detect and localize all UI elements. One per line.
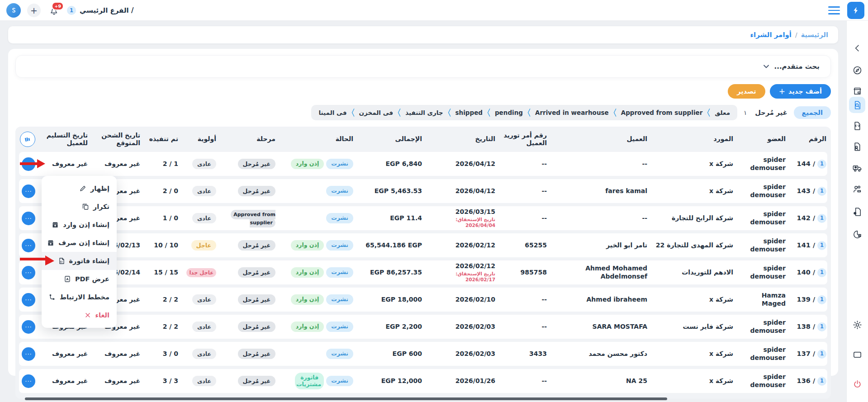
menu-item-pdf[interactable]: عرض PDF bbox=[42, 270, 117, 288]
advanced-search-toggle[interactable]: بحث متقدم... bbox=[15, 55, 831, 78]
page-title: أوامر الشراء bbox=[750, 31, 792, 39]
tab-unposted[interactable]: غير مُرحل ١ bbox=[744, 109, 787, 116]
tab-unposted-label: غير مُرحل bbox=[755, 109, 787, 116]
sidebar-item-window[interactable] bbox=[849, 346, 865, 363]
pipeline-tab[interactable]: فى المينا bbox=[318, 109, 346, 116]
menu-item-cancel[interactable]: الغاء bbox=[42, 306, 117, 324]
advanced-search-label: بحث متقدم... bbox=[774, 62, 820, 71]
sidebar-item-shipping-truck[interactable] bbox=[849, 160, 865, 176]
chevron-down-icon bbox=[763, 63, 769, 70]
sidebar-item-customers-money[interactable] bbox=[849, 181, 865, 197]
column-header: المورد bbox=[647, 135, 733, 143]
table-row[interactable]: 1/138spider demouserشركة فاير نستSARA MO… bbox=[19, 315, 827, 339]
menu-item-box-in[interactable]: إنشاء إذن وارد bbox=[42, 216, 117, 234]
sidebar-item-document-user[interactable] bbox=[849, 138, 865, 155]
branch-count-badge: 1 bbox=[817, 295, 826, 304]
pipeline-tab[interactable]: pending bbox=[495, 109, 523, 116]
table-row[interactable]: 1/139Hamza Magedشركة xAhmed ibraheem--20… bbox=[19, 288, 827, 312]
status-pill-published: نشرت bbox=[326, 349, 353, 359]
cell-expected-ship-date: غير معروف bbox=[88, 350, 140, 358]
customers-money-icon bbox=[852, 184, 863, 194]
table-row[interactable]: 1/137spider demouserشركة xدكتور محسن محم… bbox=[19, 342, 827, 366]
sidebar-item-document-info[interactable] bbox=[849, 118, 865, 134]
row-actions-button[interactable]: ... bbox=[22, 266, 35, 279]
column-header: مرحلة bbox=[216, 135, 275, 143]
graph-icon bbox=[48, 293, 56, 301]
cell-member: Hamza Maged bbox=[733, 292, 786, 307]
cell-stage: غير مُرحل bbox=[216, 160, 275, 168]
app-logo-icon[interactable] bbox=[6, 3, 21, 18]
status-filter-tabs: الجميع غير مُرحل ١ معلقApproved from sup… bbox=[15, 105, 831, 120]
add-new-label: أضف جديد bbox=[788, 88, 822, 95]
row-actions-button[interactable]: ... bbox=[22, 212, 35, 225]
add-new-button[interactable]: أضف جديد + bbox=[770, 84, 831, 99]
cell-actions: ... bbox=[18, 293, 35, 307]
table-row[interactable]: 1/141spider demouserشركة المهدى للتجارة … bbox=[19, 233, 827, 257]
branch-count-badge: 1 bbox=[817, 322, 826, 331]
menu-item-copy[interactable]: تكرار bbox=[42, 198, 117, 216]
sidebar-item-settings-gear[interactable] bbox=[849, 317, 865, 333]
row-actions-button[interactable]: ... bbox=[22, 347, 35, 361]
cell-supplier: شركة الرابح للتجارة bbox=[647, 214, 733, 222]
sidebar-item-reports-pie[interactable] bbox=[849, 226, 865, 242]
table-row[interactable]: 1/143spider demouserشركة xfares kamal--2… bbox=[19, 179, 827, 203]
table-row[interactable]: 1/140spider demouserالادهم للتوريداتAhme… bbox=[19, 260, 827, 284]
table-row[interactable]: 1/144spider demouserشركة x----2026/04/12… bbox=[19, 152, 827, 176]
menu-item-pencil[interactable]: إظهار bbox=[42, 180, 117, 198]
status-pill-grn: إذن وارد bbox=[291, 159, 324, 169]
menu-item-graph[interactable]: مخطط الارتباط bbox=[42, 288, 117, 306]
row-actions-button[interactable]: ... bbox=[22, 320, 35, 334]
breadcrumb-home-link[interactable]: الرئيسية bbox=[801, 31, 828, 38]
cell-order-number: 1/143 bbox=[786, 187, 826, 196]
settings-gear-icon bbox=[852, 320, 863, 330]
pipeline-tab[interactable]: shipped bbox=[455, 109, 483, 116]
pipeline-tab[interactable]: معلق bbox=[715, 109, 730, 116]
reports-pie-icon bbox=[852, 229, 863, 240]
sidebar-item-compass[interactable] bbox=[849, 62, 865, 78]
cell-order-number: 1/144 bbox=[786, 160, 826, 169]
plus-icon: + bbox=[779, 87, 785, 96]
row-actions-button[interactable]: ... bbox=[22, 184, 35, 198]
table-row[interactable]: 1/142spider demouserشركة الرابح للتجارة-… bbox=[19, 206, 827, 230]
export-button[interactable]: تصدير bbox=[728, 84, 765, 99]
notifications-button[interactable]: +9 bbox=[47, 4, 61, 17]
status-pill-normal: عادى bbox=[192, 294, 216, 305]
cell-total: EGP 12,000 bbox=[353, 377, 422, 385]
pipeline-tab[interactable]: Approved from supplier bbox=[621, 109, 703, 116]
sidebar-item-collapse-chevron[interactable] bbox=[849, 40, 865, 56]
row-actions-button[interactable]: ... bbox=[22, 293, 35, 307]
cell-status: نشرتإذن وارد bbox=[275, 294, 353, 304]
app-logo-square[interactable] bbox=[847, 2, 864, 19]
cell-stage: غير مُرحل bbox=[216, 377, 275, 385]
status-pill-normal: عادى bbox=[192, 159, 216, 169]
menu-toggle-button[interactable] bbox=[828, 6, 840, 14]
cell-stage: غير مُرحل bbox=[216, 350, 275, 358]
branch-breadcrumb[interactable]: 1 الفرع الرئيسي / bbox=[67, 6, 133, 15]
row-actions-button[interactable]: ... bbox=[22, 374, 35, 388]
pipeline-tab[interactable]: جارى التنفيذ bbox=[405, 109, 443, 116]
status-pill-approved: Approved from supplier bbox=[231, 210, 275, 227]
header-right-group bbox=[828, 0, 864, 21]
table-row[interactable]: 1/136spider demouserشركة xNA 25--2026/01… bbox=[19, 369, 827, 393]
status-pill-unposted: غير مُرحل bbox=[238, 240, 275, 251]
pipeline-chevron-icon bbox=[527, 107, 531, 118]
cell-status: نشرتإذن وارد bbox=[275, 322, 353, 331]
cell-client-po: -- bbox=[495, 160, 547, 168]
columns-settings-button[interactable] bbox=[20, 132, 35, 147]
row-actions-button[interactable]: ... bbox=[22, 239, 35, 252]
sidebar-item-document-package[interactable] bbox=[849, 203, 865, 220]
tab-all[interactable]: الجميع bbox=[794, 106, 831, 119]
horizontal-scrollbar-thumb[interactable] bbox=[25, 397, 667, 400]
pipeline-tab[interactable]: فى المخزن bbox=[359, 109, 394, 116]
pipeline-tab[interactable]: Arrived in wearhouse bbox=[535, 109, 609, 116]
menu-item-box-out[interactable]: إنشاء إذن صرف bbox=[42, 234, 117, 252]
sidebar-item-purchase-orders[interactable] bbox=[849, 97, 865, 113]
cell-total: 65,544.186 EGP bbox=[353, 241, 422, 250]
annotation-arrow-to-actions-button bbox=[19, 158, 46, 170]
cell-date: 2026/02/10 bbox=[422, 296, 495, 304]
quick-add-button[interactable]: + bbox=[27, 4, 41, 17]
cell-priority: عادى bbox=[178, 323, 216, 331]
cell-total: EGP 86,257.35 bbox=[353, 269, 422, 277]
sidebar-item-power[interactable] bbox=[849, 376, 865, 392]
cell-date: 2026/02/12 bbox=[422, 241, 495, 250]
